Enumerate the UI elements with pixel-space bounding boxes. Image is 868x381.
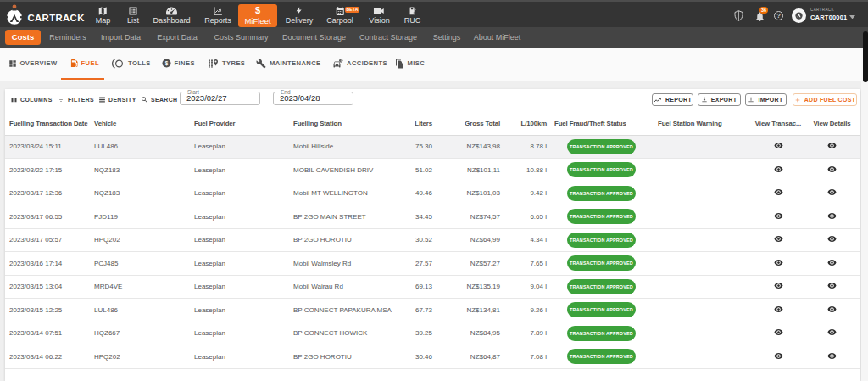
svg-text:$: $ [164,60,168,67]
